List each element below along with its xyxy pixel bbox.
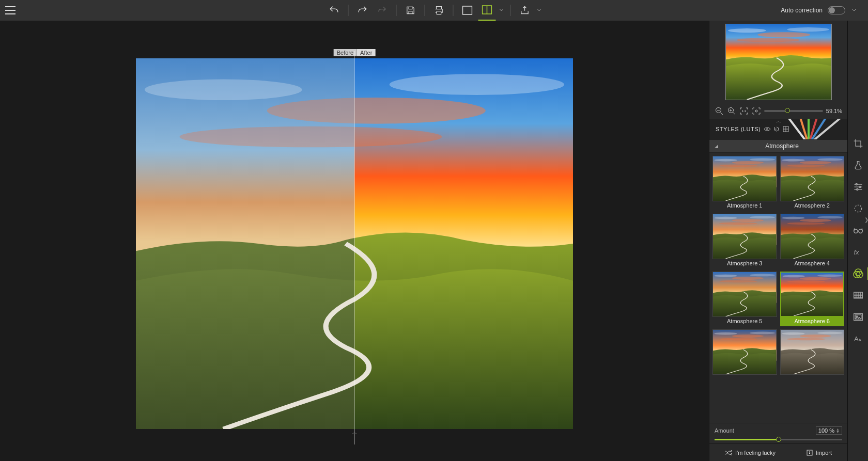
tool-strip: fx AA ❯ bbox=[847, 21, 868, 461]
zoom-value: 59.1% bbox=[826, 108, 842, 114]
chemistry-tool[interactable] bbox=[848, 156, 869, 174]
preset-label bbox=[780, 375, 845, 378]
svg-text:fx: fx bbox=[854, 249, 859, 256]
expand-panel-icon[interactable]: ︿ bbox=[352, 428, 358, 436]
split-divider[interactable] bbox=[354, 51, 355, 444]
preset-8[interactable] bbox=[780, 329, 845, 378]
svg-text:A: A bbox=[858, 338, 861, 342]
styles-panel-header: ︿ STYLES (LUTS) bbox=[709, 119, 847, 139]
preset-label: Atmosphere 1 bbox=[712, 201, 777, 211]
after-label: After bbox=[357, 49, 375, 56]
sliders-tool[interactable] bbox=[848, 178, 869, 196]
canvas-area[interactable]: Before After bbox=[0, 21, 709, 461]
amount-value-box[interactable]: 100 % ▲▼ bbox=[816, 426, 842, 435]
save-button[interactable] bbox=[402, 0, 420, 21]
preset-5[interactable]: Atmosphere 5 bbox=[712, 272, 777, 326]
svg-rect-4 bbox=[463, 6, 472, 14]
redo-button[interactable] bbox=[354, 0, 371, 21]
zoom-slider[interactable] bbox=[764, 110, 823, 112]
preset-label: Atmosphere 3 bbox=[712, 259, 777, 268]
fx-tool[interactable]: fx bbox=[848, 243, 869, 261]
print-button[interactable] bbox=[430, 0, 448, 21]
texture-tool[interactable] bbox=[848, 286, 869, 305]
before-label: Before bbox=[334, 49, 357, 56]
preset-4[interactable]: Atmosphere 4 bbox=[780, 214, 845, 268]
auto-correction-label: Auto correction bbox=[781, 7, 823, 14]
styles-panel-title: STYLES (LUTS) bbox=[709, 126, 761, 132]
zoom-fit-icon[interactable]: 1:1 bbox=[739, 106, 749, 116]
main-toolbar: Auto correction bbox=[0, 0, 868, 21]
svg-point-15 bbox=[767, 129, 768, 130]
svg-point-29 bbox=[855, 205, 861, 212]
preset-6[interactable]: Atmosphere 6 bbox=[780, 272, 845, 326]
svg-text:1:1: 1:1 bbox=[742, 109, 747, 113]
category-header[interactable]: ◢ Atmosphere bbox=[709, 139, 847, 153]
separator bbox=[425, 5, 425, 16]
frame-tool[interactable] bbox=[848, 308, 869, 326]
preset-1[interactable]: Atmosphere 1 bbox=[712, 156, 777, 211]
zoom-100-icon[interactable] bbox=[752, 106, 761, 116]
separator bbox=[348, 5, 349, 16]
split-view-button[interactable] bbox=[478, 0, 496, 21]
preset-2[interactable]: Atmosphere 2 bbox=[780, 156, 845, 211]
import-label: Import bbox=[816, 450, 832, 456]
navigator-preview[interactable] bbox=[709, 21, 847, 103]
menu-button[interactable] bbox=[0, 0, 21, 21]
share-button[interactable] bbox=[516, 0, 534, 21]
amount-value: 100 % bbox=[818, 427, 834, 434]
svg-point-35 bbox=[855, 269, 861, 276]
crop-tool[interactable] bbox=[848, 134, 869, 153]
grid-icon[interactable] bbox=[782, 125, 789, 133]
preset-label bbox=[712, 375, 777, 378]
preset-7[interactable] bbox=[712, 329, 777, 378]
lucky-button[interactable]: I'm feeling lucky bbox=[725, 450, 776, 456]
auto-correction-dropdown[interactable] bbox=[850, 9, 858, 12]
text-tool[interactable]: AA bbox=[848, 329, 869, 348]
eye-icon[interactable] bbox=[764, 125, 771, 133]
preset-label: Atmosphere 6 bbox=[780, 317, 845, 326]
view-mode-dropdown[interactable] bbox=[498, 9, 505, 12]
separator bbox=[453, 5, 454, 16]
preset-label: Atmosphere 5 bbox=[712, 317, 777, 326]
zoom-controls: 1:1 59.1% bbox=[709, 103, 847, 119]
strip-expand-icon[interactable]: ❯ bbox=[864, 217, 868, 222]
separator bbox=[510, 5, 511, 16]
amount-label: Amount bbox=[715, 427, 734, 434]
category-name: Atmosphere bbox=[722, 142, 842, 150]
share-dropdown[interactable] bbox=[536, 9, 543, 12]
svg-text:A: A bbox=[854, 335, 858, 342]
lucky-label: I'm feeling lucky bbox=[735, 450, 776, 456]
preset-grid: Atmosphere 1Atmosphere 2Atmosphere 3Atmo… bbox=[709, 153, 847, 423]
redo-alt-button[interactable] bbox=[374, 0, 391, 21]
auto-correction-toggle[interactable] bbox=[828, 6, 845, 14]
preset-label: Atmosphere 2 bbox=[780, 201, 845, 211]
spinner-icon[interactable]: ▲▼ bbox=[836, 428, 840, 433]
amount-row: Amount 100 % ▲▼ bbox=[709, 423, 847, 443]
svg-point-14 bbox=[755, 110, 757, 112]
undo-button[interactable] bbox=[326, 0, 343, 21]
reset-icon[interactable] bbox=[773, 125, 780, 133]
amount-slider[interactable] bbox=[715, 439, 842, 440]
glasses-tool[interactable] bbox=[848, 221, 869, 240]
venn-tool[interactable] bbox=[848, 264, 869, 283]
mask-tool[interactable] bbox=[848, 199, 869, 218]
collapse-icon: ◢ bbox=[715, 144, 722, 149]
zoom-out-icon[interactable] bbox=[715, 106, 724, 116]
zoom-in-icon[interactable] bbox=[727, 106, 736, 116]
preset-3[interactable]: Atmosphere 3 bbox=[712, 214, 777, 268]
import-button[interactable]: Import bbox=[807, 450, 832, 456]
separator bbox=[396, 5, 397, 16]
single-view-button[interactable] bbox=[459, 0, 476, 21]
right-panel: 1:1 59.1% ︿ STYLES (LUTS) bbox=[709, 21, 847, 461]
preset-label: Atmosphere 4 bbox=[780, 259, 845, 268]
